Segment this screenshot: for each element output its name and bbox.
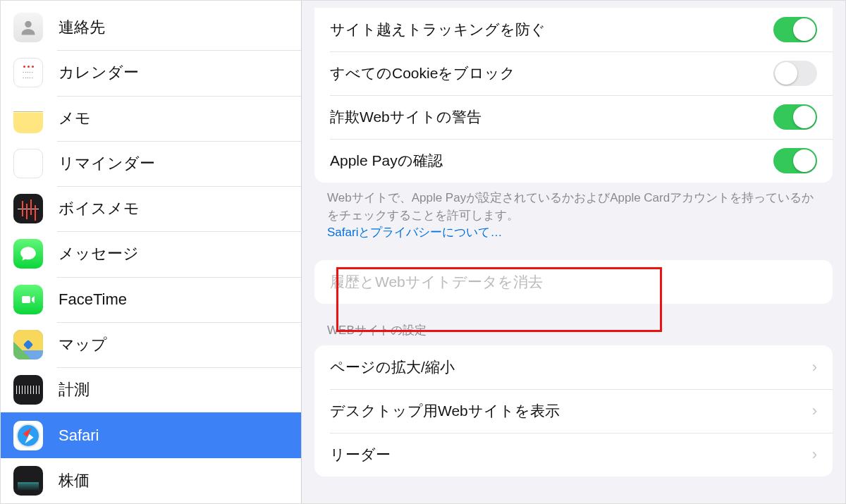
facetime-icon [13, 285, 43, 314]
row-reader[interactable]: リーダー › [314, 433, 833, 477]
website-settings-group: ページの拡大/縮小 › デスクトップ用Webサイトを表示 › リーダー › [314, 345, 833, 477]
sidebar-item-facetime[interactable]: FaceTime [1, 277, 301, 322]
row-page-zoom[interactable]: ページの拡大/縮小 › [314, 345, 833, 389]
toggle-cross-site-tracking[interactable] [773, 17, 817, 42]
toggle-apple-pay-check[interactable] [773, 148, 817, 173]
chevron-right-icon: › [812, 445, 817, 464]
sidebar-item-safari[interactable]: Safari [1, 412, 301, 457]
sidebar-item-reminders[interactable]: リマインダー [1, 141, 301, 186]
chevron-right-icon: › [812, 402, 817, 420]
notes-icon [13, 104, 43, 133]
svg-rect-1 [22, 296, 30, 303]
row-block-cookies[interactable]: すべてのCookieをブロック [314, 51, 833, 95]
row-clear-history[interactable]: 履歴とWebサイトデータを消去 [314, 260, 833, 304]
calendar-icon: ∙∙∙∙∙∙∙∙∙∙ [13, 58, 43, 87]
settings-sidebar: 連絡先 ∙∙∙∙∙∙∙∙∙∙ カレンダー メモ リマインダー ボイスメモ メッセ… [1, 1, 302, 503]
sidebar-item-measure[interactable]: 計測 [1, 367, 301, 412]
footer-note-text: Webサイトで、Apple Payが設定されているかおよびApple Cardア… [327, 191, 814, 222]
sidebar-item-label: ボイスメモ [59, 198, 140, 219]
messages-icon [13, 239, 43, 269]
maps-icon [13, 330, 43, 359]
svg-point-0 [25, 21, 31, 27]
sidebar-item-label: リマインダー [59, 153, 155, 174]
sidebar-item-messages[interactable]: メッセージ [1, 231, 301, 276]
privacy-group: サイト越えトラッキングを防ぐ すべてのCookieをブロック 詐欺Webサイトの… [314, 8, 833, 183]
sidebar-item-label: 連絡先 [59, 17, 105, 38]
row-cross-site-tracking[interactable]: サイト越えトラッキングを防ぐ [314, 8, 833, 51]
sidebar-item-label: 株価 [59, 470, 90, 491]
sidebar-item-calendar[interactable]: ∙∙∙∙∙∙∙∙∙∙ カレンダー [1, 50, 301, 95]
sidebar-item-stocks[interactable]: 株価 [1, 458, 301, 503]
row-label: すべてのCookieをブロック [330, 63, 773, 83]
privacy-footer-note: Webサイトで、Apple Payが設定されているかおよびApple Cardア… [302, 183, 845, 242]
settings-screen: 連絡先 ∙∙∙∙∙∙∙∙∙∙ カレンダー メモ リマインダー ボイスメモ メッセ… [0, 0, 846, 504]
sidebar-item-notes[interactable]: メモ [1, 96, 301, 141]
sidebar-item-voicememo[interactable]: ボイスメモ [1, 186, 301, 231]
row-label: リーダー [330, 445, 812, 465]
safari-icon [13, 421, 43, 450]
row-apple-pay-check[interactable]: Apple Payの確認 [314, 139, 833, 183]
chevron-right-icon: › [812, 358, 817, 376]
row-desktop-website[interactable]: デスクトップ用Webサイトを表示 › [314, 389, 833, 433]
website-settings-header: WEBサイトの設定 [302, 304, 845, 345]
reminders-icon [13, 149, 43, 178]
row-label: デスクトップ用Webサイトを表示 [330, 401, 812, 421]
sidebar-item-label: メモ [59, 108, 91, 129]
row-label: サイト越えトラッキングを防ぐ [330, 20, 773, 39]
sidebar-item-contacts[interactable]: 連絡先 [1, 5, 301, 50]
row-label: 履歴とWebサイトデータを消去 [330, 272, 817, 292]
row-label: Apple Payの確認 [330, 151, 773, 171]
sidebar-item-label: 計測 [59, 379, 90, 400]
toggle-block-cookies[interactable] [773, 61, 817, 86]
row-fraud-warning[interactable]: 詐欺Webサイトの警告 [314, 95, 833, 139]
clear-history-group: 履歴とWebサイトデータを消去 [314, 260, 833, 304]
toggle-fraud-warning[interactable] [773, 104, 817, 130]
sidebar-item-label: Safari [59, 426, 99, 445]
safari-privacy-link[interactable]: Safariとプライバシーについて… [327, 226, 502, 239]
voicememo-icon [13, 194, 43, 223]
sidebar-item-label: マップ [59, 334, 107, 355]
row-label: 詐欺Webサイトの警告 [330, 107, 773, 127]
sidebar-item-maps[interactable]: マップ [1, 322, 301, 367]
row-label: ページの拡大/縮小 [330, 357, 812, 377]
sidebar-item-label: カレンダー [59, 62, 139, 83]
sidebar-item-label: メッセージ [59, 243, 139, 264]
settings-detail-pane: サイト越えトラッキングを防ぐ すべてのCookieをブロック 詐欺Webサイトの… [302, 1, 845, 503]
sidebar-item-label: FaceTime [59, 290, 127, 309]
contacts-icon [13, 13, 43, 42]
measure-icon [13, 375, 43, 405]
stocks-icon [13, 466, 43, 496]
